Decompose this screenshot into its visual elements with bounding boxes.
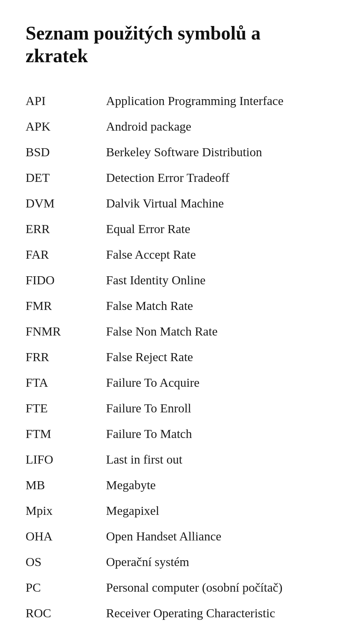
abbr-definition: Application Programming Interface	[106, 94, 325, 108]
abbr-code: OS	[26, 555, 106, 569]
abbr-code: ROC	[26, 606, 106, 620]
abbr-definition: Operační systém	[106, 555, 325, 569]
abbr-definition: False Match Rate	[106, 299, 325, 313]
abbr-definition: Megabyte	[106, 478, 325, 492]
list-item: BSDBerkeley Software Distribution	[26, 141, 325, 166]
abbr-code: DVM	[26, 196, 106, 210]
abbr-definition: Personal computer (osobní počítač)	[106, 581, 325, 595]
abbr-code: Mpix	[26, 504, 106, 518]
list-item: OSOperační systém	[26, 551, 325, 576]
list-item: MBMegabyte	[26, 474, 325, 499]
list-item: PCPersonal computer (osobní počítač)	[26, 576, 325, 602]
list-item: FTMFailure To Match	[26, 423, 325, 448]
abbr-definition: Android package	[106, 120, 325, 134]
list-item: DVMDalvik Virtual Machine	[26, 192, 325, 218]
abbr-definition: Last in first out	[106, 453, 325, 467]
abbr-code: FIDO	[26, 273, 106, 287]
abbr-code: FNMR	[26, 325, 106, 338]
abbr-code: FTM	[26, 427, 106, 441]
abbr-code: FTA	[26, 376, 106, 390]
list-item: FTAFailure To Acquire	[26, 371, 325, 397]
list-item: FIDOFast Identity Online	[26, 269, 325, 295]
abbr-definition: Open Handset Alliance	[106, 529, 325, 543]
abbr-definition: False Non Match Rate	[106, 325, 325, 338]
abbr-definition: Equal Error Rate	[106, 222, 325, 236]
list-item: FTEFailure To Enroll	[26, 397, 325, 423]
page-title: Seznam použitých symbolů a zkratek	[26, 22, 325, 68]
abbr-definition: Dalvik Virtual Machine	[106, 196, 325, 210]
list-item: MpixMegapixel	[26, 499, 325, 525]
abbr-definition: Failure To Enroll	[106, 401, 325, 415]
abbr-definition: False Reject Rate	[106, 350, 325, 364]
abbr-definition: Berkeley Software Distribution	[106, 145, 325, 159]
abbr-code: FTE	[26, 401, 106, 415]
list-item: FMRFalse Match Rate	[26, 295, 325, 320]
abbr-code: FRR	[26, 350, 106, 364]
abbr-code: DET	[26, 171, 106, 185]
list-item: ERREqual Error Rate	[26, 218, 325, 243]
list-item: FRRFalse Reject Rate	[26, 346, 325, 371]
abbr-code: FAR	[26, 248, 106, 262]
abbr-code: ERR	[26, 222, 106, 236]
list-item: OHAOpen Handset Alliance	[26, 525, 325, 551]
list-item: APIApplication Programming Interface	[26, 90, 325, 115]
abbr-code: APK	[26, 120, 106, 134]
list-item: FARFalse Accept Rate	[26, 243, 325, 269]
abbr-definition: Detection Error Tradeoff	[106, 171, 325, 185]
abbr-definition: False Accept Rate	[106, 248, 325, 262]
abbr-code: MB	[26, 478, 106, 492]
abbr-code: LIFO	[26, 453, 106, 467]
abbr-code: PC	[26, 581, 106, 595]
abbr-definition: Failure To Match	[106, 427, 325, 441]
list-item: ROCReceiver Operating Characteristic	[26, 602, 325, 628]
abbr-definition: Failure To Acquire	[106, 376, 325, 390]
abbr-code: FMR	[26, 299, 106, 313]
abbr-definition: Receiver Operating Characteristic	[106, 606, 325, 620]
list-item: DETDetection Error Tradeoff	[26, 166, 325, 192]
list-item: LIFOLast in first out	[26, 448, 325, 474]
abbr-definition: Fast Identity Online	[106, 273, 325, 287]
list-item: FNMRFalse Non Match Rate	[26, 320, 325, 346]
abbr-code: BSD	[26, 145, 106, 159]
list-item: APKAndroid package	[26, 115, 325, 141]
abbreviation-list: APIApplication Programming InterfaceAPKA…	[26, 90, 325, 628]
abbr-code: OHA	[26, 529, 106, 543]
abbr-code: API	[26, 94, 106, 108]
abbr-definition: Megapixel	[106, 504, 325, 518]
